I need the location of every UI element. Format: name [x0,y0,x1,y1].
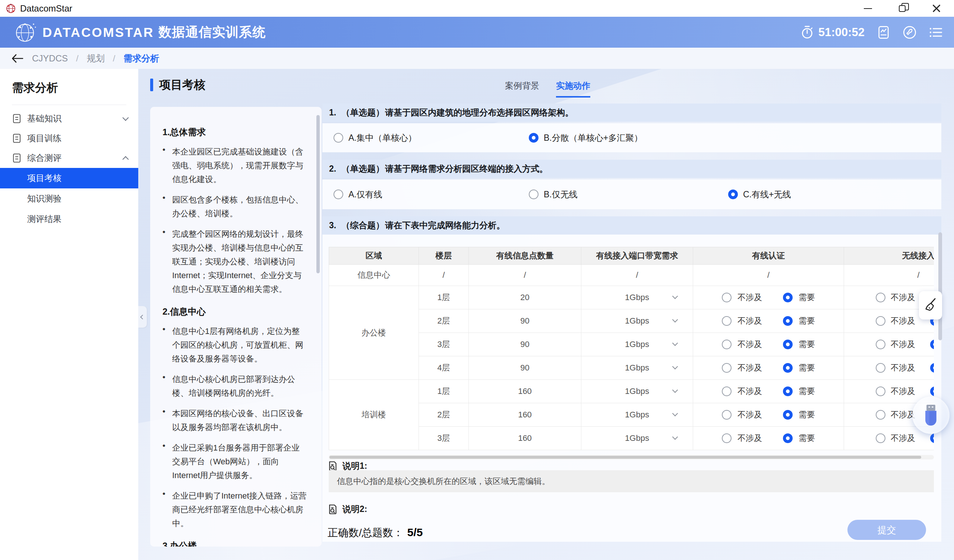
sidebar-subitem-project-assessment[interactable]: 项目考核 [0,168,138,188]
minimize-button[interactable] [862,2,874,15]
bandwidth-dropdown[interactable]: 1Gbps [581,356,693,380]
network-capability-table: 区域 楼层 有线信息点数量 有线接入端口带宽需求 有线认证 无线接入 信息中心 … [329,247,934,450]
os-titlebar: DatacomStar [0,0,954,17]
table-row: 3层 160 1Gbps 不涉及需要 不涉及 [329,427,934,450]
radio-unselected-icon[interactable] [334,190,343,199]
radio-selected-icon[interactable] [783,292,793,302]
bandwidth-dropdown[interactable]: 1Gbps [581,403,693,426]
radio-unselected-icon[interactable] [876,386,885,396]
report-icon [877,25,890,39]
document-icon [12,153,21,163]
radio-unselected-icon[interactable] [876,363,885,373]
radio-unselected-icon[interactable] [529,190,538,199]
auth-cell: 不涉及需要 [693,333,844,356]
radio-selected-icon[interactable] [783,433,793,443]
sidebar-item-basic-knowledge[interactable]: 基础知识 [0,109,138,128]
radio-unselected-icon[interactable] [722,316,731,326]
close-button[interactable] [930,2,943,15]
sidebar-subitem-knowledge-test[interactable]: 知识测验 [0,188,138,209]
tab-case-background[interactable]: 案例背景 [505,80,539,98]
radio-unselected-icon[interactable] [876,433,885,443]
radio-unselected-icon[interactable] [722,292,731,302]
radio-selected-icon[interactable] [783,339,793,349]
radio-selected-icon[interactable] [529,133,538,143]
bandwidth-dropdown[interactable]: 1Gbps [581,427,693,450]
title-accent-bar [150,79,153,91]
scrollbar-thumb[interactable] [329,456,921,459]
bandwidth-dropdown[interactable]: 1Gbps [581,380,693,403]
sidebar-collapse-handle[interactable] [138,306,147,328]
chevron-down-icon [672,293,678,299]
score-label: 正确数/总题数： [327,526,404,540]
note-2-label: 说明2: [327,503,367,515]
bandwidth-cell: 1Gbps [581,403,693,427]
col-header-points: 有线信息点数量 [469,247,581,265]
q2-option-a[interactable]: A.仅有线 [334,189,382,200]
bandwidth-dropdown[interactable]: 1Gbps [581,286,693,309]
q1-option-a[interactable]: A.集中（单核心） [334,132,417,144]
radio-selected-icon[interactable] [783,386,793,396]
table-horizontal-scrollbar[interactable] [329,455,934,459]
radio-selected-icon[interactable] [930,433,934,443]
tools-button[interactable] [903,25,917,39]
radio-unselected-icon[interactable] [876,316,885,326]
case-description-panel[interactable]: 1.总体需求 •本企业园区已完成基础设施建设（含强电、弱电系统），现需开展数字与… [150,107,322,547]
back-button[interactable] [11,54,24,63]
radio-unselected-icon[interactable] [722,339,731,349]
radio-selected-icon[interactable] [783,363,793,373]
sidebar-item-project-training[interactable]: 项目训练 [0,128,138,148]
stopwatch-icon [800,25,814,39]
radio-unselected-icon[interactable] [334,133,343,143]
radio-unselected-icon[interactable] [722,433,731,443]
sidebar-subitem-eval-results[interactable]: 测评结果 [0,209,138,229]
sidebar-item-comprehensive-eval[interactable]: 综合测评 [0,148,138,168]
radio-unselected-icon[interactable] [876,292,885,302]
breadcrumb-planning[interactable]: 规划 [87,53,105,64]
report-button[interactable] [876,25,891,39]
q1-option-b[interactable]: B.分散（单核心+多汇聚） [529,132,642,144]
case-section-heading: 3.办公楼 [162,540,307,547]
radio-selected-icon[interactable] [930,386,934,396]
radio-selected-icon[interactable] [930,339,934,349]
bandwidth-dropdown[interactable]: 1Gbps [581,310,693,333]
tab-implementation[interactable]: 实施动作 [556,80,590,98]
floor-cell: 2层 [419,310,469,333]
wireless-cell: 不涉及 [844,333,934,356]
clear-answers-button[interactable] [919,291,942,319]
q2-option-c[interactable]: C.有线+无线 [728,189,791,200]
auth-cell: 不涉及需要 [693,310,844,333]
case-bullet: •企业已申购了Internet接入链路，运营商已经光纤部署至信息中心核心机房中。 [162,489,307,530]
case-panel-scrollbar[interactable] [316,115,320,273]
wireless-cell: 不涉及 [844,356,934,380]
radio-unselected-icon[interactable] [876,339,885,349]
radio-selected-icon[interactable] [728,190,738,199]
radio-unselected-icon[interactable] [876,410,885,420]
table-row: 3层 90 1Gbps 不涉及需要 不涉及 [329,333,934,356]
table-row: 2层 160 1Gbps 不涉及需要 不涉及 [329,403,934,427]
app-window: DatacomStar DATACOMSTAR 数据通信实训系统 [0,0,954,560]
breadcrumb-project[interactable]: CJYDCS [32,53,68,64]
question-1-header: 1. （单选题） 请基于园区内建筑的地理分布选择园区网络架构。 [322,104,942,122]
usb-device-widget[interactable] [912,397,949,434]
chevron-down-icon [672,317,678,323]
radio-selected-icon[interactable] [930,363,934,373]
case-bullet: •信息中心1层有网络机房，定位为整个园区的核心机房，可放置机柜、网络设备及服务器… [162,324,307,366]
radio-unselected-icon[interactable] [722,363,731,373]
bandwidth-dropdown[interactable]: 1Gbps [581,333,693,356]
radio-selected-icon[interactable] [783,316,793,326]
q2-option-b[interactable]: B.仅无线 [529,189,578,200]
restore-button[interactable] [896,2,909,15]
broom-icon [923,297,938,313]
radio-unselected-icon[interactable] [722,386,731,396]
submit-button[interactable]: 提交 [847,520,926,540]
questions-vertical-scrollbar[interactable] [938,232,942,340]
radio-unselected-icon[interactable] [722,410,731,420]
radio-selected-icon[interactable] [783,410,793,420]
wireless-cell: / [844,265,934,286]
floor-cell: 3层 [419,333,469,356]
menu-button[interactable] [929,25,943,39]
document-icon [12,133,21,143]
bandwidth-cell: / [581,265,693,286]
breadcrumb-separator: / [76,53,79,64]
points-cell: 160 [469,427,581,450]
